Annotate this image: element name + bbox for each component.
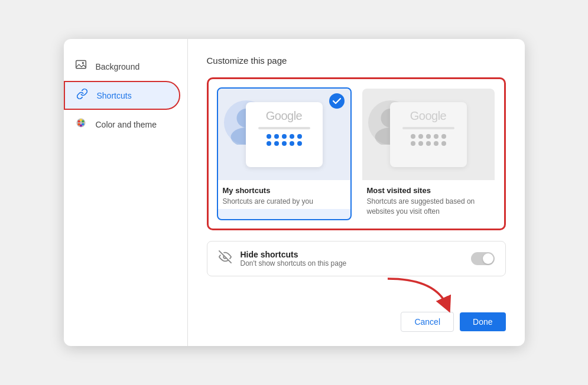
svg-point-5 (82, 120, 84, 122)
my-shortcuts-label: My shortcuts Shortcuts are curated by yo… (218, 180, 350, 209)
cancel-button[interactable]: Cancel (401, 312, 454, 332)
toggle-knob (483, 253, 493, 264)
customize-dialog: Background Shortcuts (64, 39, 525, 346)
most-visited-title: Most visited sites (367, 186, 490, 195)
selected-badge (329, 93, 345, 109)
hide-shortcuts-title: Hide shortcuts (241, 250, 463, 259)
dot-gray (418, 141, 423, 146)
svg-point-1 (82, 62, 83, 64)
dot (267, 134, 271, 139)
most-visited-desc: Shortcuts are suggested based on website… (367, 197, 490, 217)
dot-gray (441, 134, 446, 139)
gray-dots-row-2 (411, 141, 446, 146)
dot (282, 141, 287, 146)
dot (274, 134, 279, 139)
hide-shortcuts-section: Hide shortcuts Don't show shortcuts on t… (207, 241, 506, 276)
svg-point-8 (77, 123, 80, 125)
dot (274, 141, 279, 146)
sidebar-item-background[interactable]: Background (64, 53, 180, 80)
most-visited-preview: Google (362, 89, 495, 180)
dot-gray (441, 141, 446, 146)
background-icon (74, 59, 87, 74)
dot-gray (434, 134, 438, 139)
dot-gray (411, 134, 415, 139)
dot-gray (418, 134, 423, 139)
sidebar-item-label-background: Background (96, 62, 140, 71)
footer: Cancel Done (207, 312, 506, 332)
most-visited-card: Google (390, 102, 467, 167)
sidebar-item-label-color-theme: Color and theme (96, 120, 157, 129)
red-arrow (382, 273, 453, 314)
my-shortcuts-title: My shortcuts (223, 186, 346, 195)
dot (297, 141, 302, 146)
hide-shortcuts-desc: Don't show shortcuts on this page (241, 259, 463, 267)
page-title: Customize this page (207, 56, 506, 66)
preview-dots-gray (411, 134, 446, 146)
sidebar-item-color-theme[interactable]: Color and theme (64, 111, 180, 138)
svg-rect-0 (76, 61, 86, 68)
dot-gray (434, 141, 438, 146)
dot (290, 134, 294, 139)
most-visited-label: Most visited sites Shortcuts are suggest… (362, 180, 495, 219)
my-shortcuts-card: Google (246, 102, 323, 167)
preview-dots-blue (267, 134, 302, 146)
options-row: Google (207, 77, 506, 230)
option-my-shortcuts[interactable]: Google (217, 87, 352, 220)
dot (297, 134, 302, 139)
color-theme-icon (74, 117, 87, 132)
sidebar-item-shortcuts[interactable]: Shortcuts (64, 81, 180, 110)
dot (290, 141, 294, 146)
dots-row-2 (267, 141, 302, 146)
google-text-gray: Google (410, 109, 447, 123)
my-shortcuts-preview: Google (218, 89, 350, 180)
dot (267, 141, 271, 146)
preview-bar-gray (402, 127, 454, 129)
hide-shortcuts-text: Hide shortcuts Don't show shortcuts on t… (241, 250, 463, 267)
preview-bar-blue (258, 127, 310, 129)
dot-gray (426, 141, 431, 146)
dot-gray (426, 134, 431, 139)
dots-row-1 (267, 134, 302, 139)
main-content: Customize this page Google (188, 39, 525, 346)
sidebar-item-label-shortcuts: Shortcuts (97, 91, 132, 100)
done-button[interactable]: Done (460, 312, 505, 331)
hide-shortcuts-icon (218, 250, 232, 266)
hide-shortcuts-toggle[interactable] (471, 252, 495, 265)
my-shortcuts-desc: Shortcuts are curated by you (223, 197, 346, 207)
dot-gray (411, 141, 415, 146)
google-text-blue: Google (266, 109, 303, 123)
sidebar: Background Shortcuts (64, 39, 188, 346)
shortcuts-icon (76, 88, 89, 103)
option-most-visited[interactable]: Google (361, 87, 496, 220)
gray-dots-row-1 (411, 134, 446, 139)
dot (282, 134, 287, 139)
